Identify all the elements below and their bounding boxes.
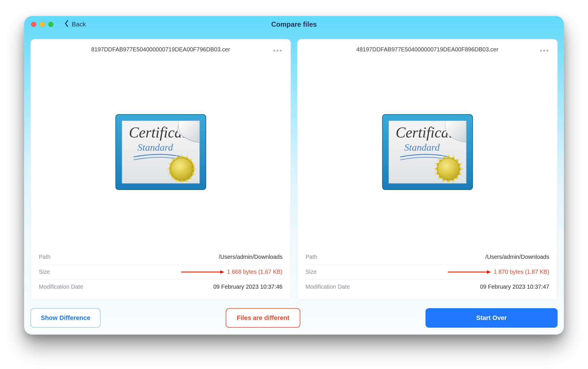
back-label: Back bbox=[72, 21, 86, 28]
file-name-left: 8197DDFAB977E504000000719DEA00F796DB03.c… bbox=[91, 46, 230, 53]
meta-row-path: Path /Users/admin/Downloads bbox=[38, 250, 283, 264]
meta-value-size-left: 1 668 bytes (1.67 KB) bbox=[227, 269, 283, 275]
svg-text:Standard: Standard bbox=[404, 142, 440, 153]
start-over-label: Start Over bbox=[476, 314, 507, 322]
window-close-button[interactable] bbox=[31, 22, 36, 27]
compare-status-badge: Files are different bbox=[226, 308, 300, 328]
svg-marker-24 bbox=[220, 270, 224, 274]
file-name-right: 48197DDFAB977E504000000719DEA00F896DB03.… bbox=[356, 46, 498, 53]
meta-row-modified: Modification Date 09 February 2023 10:37… bbox=[38, 279, 283, 294]
back-button[interactable]: Back bbox=[61, 18, 89, 31]
file-meta-left: Path /Users/admin/Downloads Size 1 668 b… bbox=[38, 250, 283, 294]
meta-label-path: Path bbox=[305, 254, 317, 260]
window-minimize-button[interactable] bbox=[40, 22, 45, 27]
meta-label-path: Path bbox=[39, 254, 51, 260]
start-over-button[interactable]: Start Over bbox=[425, 308, 558, 328]
meta-row-modified: Modification Date 09 February 2023 10:37… bbox=[305, 279, 550, 294]
file-preview-right: Certificate Standard bbox=[305, 58, 550, 246]
meta-value-size-right: 1 870 bytes (1.87 KB) bbox=[494, 269, 549, 275]
meta-label-modified: Modification Date bbox=[39, 283, 83, 290]
content-area: 8197DDFAB977E504000000719DEA00F796DB03.c… bbox=[24, 33, 564, 335]
window-zoom-button[interactable] bbox=[48, 22, 53, 27]
meta-value-path-right: /Users/admin/Downloads bbox=[486, 254, 549, 260]
meta-label-size: Size bbox=[39, 269, 50, 275]
traffic-lights bbox=[31, 22, 53, 27]
meta-label-modified: Modification Date bbox=[305, 283, 350, 290]
app-window: Back Compare files 8197DDFAB977E50400000… bbox=[24, 16, 564, 335]
svg-point-22 bbox=[171, 158, 193, 180]
meta-row-path: Path /Users/admin/Downloads bbox=[305, 250, 550, 264]
arrow-right-icon bbox=[181, 270, 224, 274]
footer-actions: Show Difference Files are different Star… bbox=[30, 308, 558, 328]
svg-point-46 bbox=[438, 158, 459, 180]
more-button-left[interactable]: ••• bbox=[271, 46, 284, 55]
meta-value-modified-right: 09 February 2023 10:37:47 bbox=[480, 283, 549, 290]
titlebar: Back Compare files bbox=[24, 16, 564, 33]
file-preview-left: Certificate Standard bbox=[38, 58, 283, 246]
compare-status-label: Files are different bbox=[237, 314, 289, 322]
file-card-left: 8197DDFAB977E504000000719DEA00F796DB03.c… bbox=[30, 39, 291, 300]
meta-row-size: Size 1 668 bytes (1.67 KB) bbox=[38, 264, 283, 279]
meta-value-path-left: /Users/admin/Downloads bbox=[219, 254, 283, 260]
size-diff-indicator-left: 1 668 bytes (1.67 KB) bbox=[181, 269, 283, 275]
svg-marker-48 bbox=[487, 270, 491, 274]
certificate-icon: Certificate Standard bbox=[380, 109, 475, 195]
show-difference-button[interactable]: Show Difference bbox=[30, 308, 100, 328]
compare-cards: 8197DDFAB977E504000000719DEA00F796DB03.c… bbox=[30, 39, 558, 300]
arrow-right-icon bbox=[448, 270, 491, 274]
file-card-right: 48197DDFAB977E504000000719DEA00F896DB03.… bbox=[297, 39, 558, 300]
window-title: Compare files bbox=[24, 20, 564, 28]
svg-text:Standard: Standard bbox=[138, 142, 173, 153]
file-meta-right: Path /Users/admin/Downloads Size 1 870 b… bbox=[305, 250, 550, 294]
meta-value-modified-left: 09 February 2023 10:37:46 bbox=[213, 283, 283, 290]
chevron-left-icon bbox=[64, 20, 69, 29]
more-button-right[interactable]: ••• bbox=[538, 46, 551, 55]
meta-label-size: Size bbox=[305, 269, 317, 275]
show-difference-label: Show Difference bbox=[41, 314, 90, 322]
size-diff-indicator-right: 1 870 bytes (1.87 KB) bbox=[448, 269, 549, 275]
meta-row-size: Size 1 870 bytes (1.87 KB) bbox=[305, 264, 550, 279]
certificate-icon: Certificate Standard bbox=[113, 109, 208, 195]
